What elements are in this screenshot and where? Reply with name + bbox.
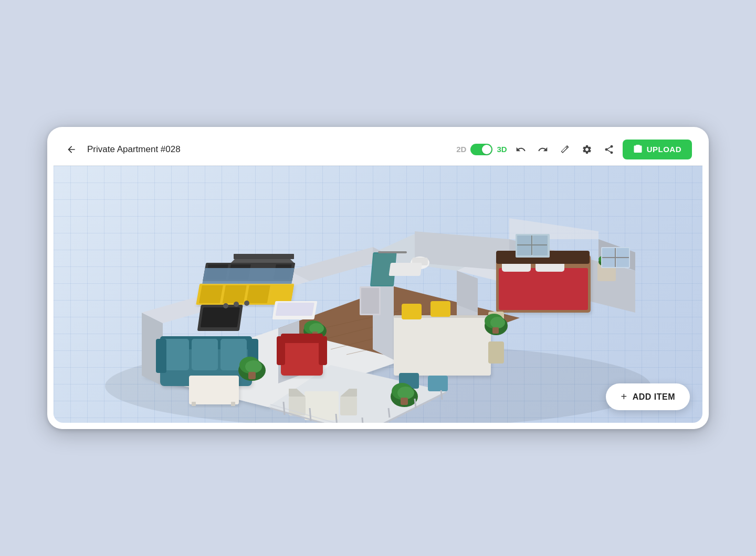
svg-rect-70	[192, 339, 218, 370]
ruler-button[interactable]	[556, 141, 573, 158]
upload-button[interactable]: UPLOAD	[623, 140, 692, 159]
view-toggle: 2D 3D	[456, 144, 507, 155]
svg-rect-41	[276, 303, 314, 316]
svg-rect-25	[246, 285, 270, 303]
back-button[interactable]	[64, 142, 79, 157]
undo-icon	[516, 144, 526, 155]
svg-point-39	[244, 301, 249, 306]
svg-line-114	[415, 399, 416, 408]
view-toggle-switch[interactable]	[470, 144, 492, 155]
back-icon	[66, 144, 77, 155]
upload-label: UPLOAD	[647, 145, 681, 154]
2d-label: 2D	[456, 145, 466, 154]
svg-point-38	[234, 302, 239, 307]
toolbar: Private Apartment #028 2D 3D	[54, 133, 702, 166]
svg-rect-33	[234, 254, 294, 259]
svg-rect-80	[319, 336, 327, 365]
svg-rect-53	[361, 288, 379, 314]
floorplan-svg	[54, 166, 702, 423]
ruler-icon	[560, 144, 570, 155]
share-button[interactable]	[601, 141, 617, 158]
svg-rect-78	[281, 334, 323, 343]
svg-rect-87	[402, 304, 422, 319]
redo-icon	[538, 144, 548, 155]
toolbar-left: Private Apartment #028	[64, 142, 450, 157]
svg-rect-47	[378, 251, 407, 253]
svg-point-83	[245, 360, 262, 373]
svg-rect-26	[270, 285, 294, 303]
svg-point-37	[223, 303, 228, 308]
gear-icon	[582, 144, 592, 155]
svg-rect-69	[163, 339, 189, 370]
redo-button[interactable]	[534, 141, 551, 158]
svg-rect-34	[202, 268, 294, 284]
svg-rect-77	[281, 339, 323, 376]
svg-line-111	[336, 414, 337, 423]
svg-rect-100	[340, 397, 357, 415]
svg-rect-23	[199, 285, 223, 303]
settings-button[interactable]	[579, 141, 595, 158]
svg-line-113	[388, 408, 390, 418]
svg-rect-51	[388, 263, 422, 276]
svg-rect-85	[394, 315, 491, 376]
svg-rect-76	[231, 402, 235, 406]
svg-rect-88	[430, 301, 450, 317]
svg-rect-72	[156, 339, 166, 373]
share-icon	[604, 144, 614, 155]
plus-icon: +	[621, 391, 627, 403]
add-item-button[interactable]: + ADD ITEM	[606, 383, 690, 410]
device-frame: Private Apartment #028 2D 3D	[47, 127, 709, 429]
camera-icon	[633, 145, 643, 154]
undo-button[interactable]	[512, 141, 529, 158]
svg-rect-24	[223, 285, 247, 303]
add-item-label: ADD ITEM	[633, 392, 675, 402]
svg-rect-105	[401, 398, 408, 405]
svg-rect-84	[248, 372, 256, 379]
3d-label: 3D	[497, 145, 507, 154]
floor-plan-viewport[interactable]: + ADD ITEM	[54, 166, 702, 423]
svg-point-95	[490, 317, 505, 328]
svg-line-110	[310, 408, 311, 421]
svg-line-115	[441, 390, 442, 400]
svg-rect-55	[499, 268, 588, 310]
svg-rect-90	[428, 376, 448, 391]
svg-rect-92	[488, 341, 504, 363]
svg-rect-75	[192, 402, 196, 406]
toolbar-right: 2D 3D	[456, 140, 692, 159]
svg-rect-74	[189, 376, 239, 404]
svg-line-109	[284, 402, 285, 415]
svg-rect-96	[492, 327, 499, 334]
app-container: Private Apartment #028 2D 3D	[54, 133, 702, 423]
svg-point-104	[397, 387, 414, 399]
svg-rect-36	[201, 307, 240, 327]
project-title: Private Apartment #028	[87, 144, 181, 155]
svg-rect-79	[277, 336, 285, 365]
